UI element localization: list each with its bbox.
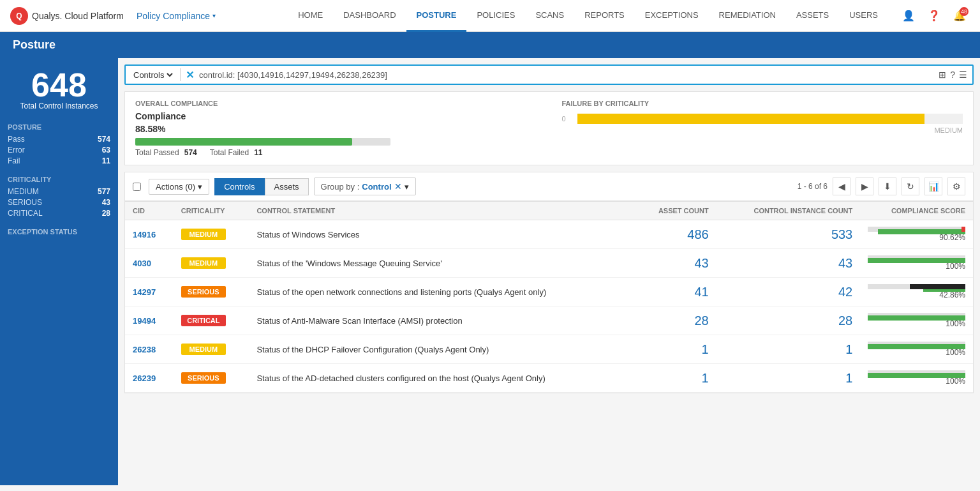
score-cell: 42.86% [860, 278, 973, 306]
posture-section: POSTURE Pass 574 Error 63 Fail 11 [8, 123, 110, 165]
assets-view-button[interactable]: Assets [265, 178, 309, 195]
col-header-cid: CID [125, 202, 174, 220]
nav-exceptions[interactable]: EXCEPTIONS [635, 0, 709, 32]
score-cell: 90.62% [860, 220, 973, 249]
compliance-progress-bar [135, 138, 390, 146]
serious-value: 43 [102, 198, 110, 207]
logo-area: Q Qualys. Cloud Platform [10, 7, 124, 25]
score-bar [868, 284, 965, 289]
add-filter-button[interactable]: ⊞ [939, 70, 946, 80]
nav-remediation[interactable]: REMEDIATION [709, 0, 786, 32]
user-icon-button[interactable]: 👤 [898, 6, 919, 26]
criticality-section-title: CRITICALITY [8, 176, 110, 183]
search-bar: Controls ✕ control.id: [4030,14916,14297… [124, 64, 974, 85]
statement-cell: Status of the AD-detached clusters confi… [249, 364, 634, 393]
col-header-instance-count: CONTROL INSTANCE COUNT [716, 202, 861, 220]
criticality-section: CRITICALITY MEDIUM 577 SERIOUS 43 CRITIC… [8, 176, 110, 218]
chart-view-button[interactable]: 📊 [924, 178, 942, 195]
sidebar-error-row: Error 63 [8, 146, 110, 155]
cid-cell[interactable]: 26238 [125, 335, 174, 364]
total-passed-value: 574 [184, 148, 197, 157]
failure-criticality-title: FAILURE BY CRITICALITY [562, 100, 963, 107]
actions-dropdown-button[interactable]: Actions (0) ▾ [149, 179, 209, 195]
nav-assets[interactable]: ASSETS [786, 0, 839, 32]
filter-text: control.id: [4030,14916,14297,19494,2623… [199, 70, 933, 80]
col-header-asset-count: ASSET COUNT [634, 202, 716, 220]
controls-view-button[interactable]: Controls [214, 178, 264, 195]
score-cell: 100% [860, 249, 973, 278]
search-actions: ⊞ ? ☰ [939, 70, 967, 80]
notifications-icon-button[interactable]: 🔔 48 [949, 6, 970, 26]
nav-home[interactable]: HOME [288, 0, 333, 32]
overall-compliance-block: OVERALL COMPLIANCE Compliance 88.58% Tot… [135, 100, 537, 157]
total-label: Total Control Instances [8, 102, 110, 110]
statement-cell: Status of the 'Windows Message Queuing S… [249, 249, 634, 278]
nav-users[interactable]: USERS [839, 0, 888, 32]
criticality-cell: MEDIUM [174, 220, 249, 249]
search-help-button[interactable]: ? [950, 70, 955, 80]
instance-count-cell: 1 [716, 335, 861, 364]
pagination-info: 1 - 6 of 6 [798, 182, 828, 191]
filter-type-select[interactable]: Controls [131, 70, 175, 80]
group-by-button[interactable]: Group by : Control ✕ ▾ [314, 178, 416, 195]
compliance-progress-fill [135, 138, 352, 146]
failure-medium-label: MEDIUM [562, 126, 963, 134]
page-header: Posture [0, 32, 980, 58]
search-divider [180, 68, 181, 81]
nav-dashboard[interactable]: DASHBOARD [333, 0, 406, 32]
cid-cell[interactable]: 26239 [125, 364, 174, 393]
select-all-checkbox[interactable] [133, 183, 141, 191]
nav-reports[interactable]: REPORTS [574, 0, 635, 32]
table-body: 14916 MEDIUM Status of Windows Services … [125, 220, 973, 393]
score-bar-green [868, 373, 965, 378]
next-page-button[interactable]: ▶ [856, 178, 873, 195]
failure-bar-medium [577, 114, 924, 124]
cid-cell[interactable]: 4030 [125, 249, 174, 278]
criticality-cell: MEDIUM [174, 335, 249, 364]
table-row: 14297 SERIOUS Status of the open network… [125, 278, 973, 306]
instance-count-cell: 1 [716, 364, 861, 393]
total-failed-stat: Total Failed 11 [210, 148, 263, 157]
failure-by-criticality-block: FAILURE BY CRITICALITY 0 MEDIUM [562, 100, 963, 157]
nav-scans[interactable]: SCANS [525, 0, 574, 32]
refresh-button[interactable]: ↻ [902, 178, 919, 195]
asset-count-cell: 43 [634, 249, 716, 278]
score-cell: 100% [860, 306, 973, 335]
fail-value: 11 [102, 156, 110, 165]
logo-text: Qualys. Cloud Platform [32, 11, 124, 21]
sidebar-critical-row: CRITICAL 28 [8, 209, 110, 218]
instance-count-cell: 28 [716, 306, 861, 335]
cid-cell[interactable]: 14916 [125, 220, 174, 249]
settings-button[interactable]: ⚙ [947, 178, 965, 195]
nav-policies[interactable]: POLICIES [466, 0, 525, 32]
nav-posture[interactable]: POSTURE [406, 0, 467, 32]
criticality-cell: CRITICAL [174, 306, 249, 335]
score-bar [868, 227, 965, 232]
criticality-cell: SERIOUS [174, 364, 249, 393]
download-button[interactable]: ⬇ [879, 178, 896, 195]
serious-label: SERIOUS [8, 198, 42, 207]
criticality-badge: MEDIUM [181, 257, 226, 269]
score-bar [868, 255, 965, 261]
group-by-label: Group by : [321, 182, 360, 192]
main-layout: 648 Total Control Instances POSTURE Pass… [0, 58, 980, 485]
clear-filter-button[interactable]: ✕ [186, 69, 194, 81]
search-menu-button[interactable]: ☰ [959, 70, 967, 80]
critical-value: 28 [102, 209, 110, 218]
toolbar: Actions (0) ▾ Controls Assets Group by :… [124, 172, 974, 201]
cid-cell[interactable]: 19494 [125, 306, 174, 335]
group-by-close-icon[interactable]: ✕ [394, 181, 402, 192]
product-selector[interactable]: Policy Compliance ▾ [137, 11, 216, 21]
criticality-badge: SERIOUS [181, 286, 226, 298]
help-icon-button[interactable]: ❓ [924, 6, 944, 26]
table-row: 26239 SERIOUS Status of the AD-detached … [125, 364, 973, 393]
nav-icons: 👤 ❓ 🔔 48 [898, 6, 970, 26]
cid-cell[interactable]: 14297 [125, 278, 174, 306]
prev-page-button[interactable]: ◀ [833, 178, 850, 195]
compliance-stats: Total Passed 574 Total Failed 11 [135, 148, 537, 157]
score-percentage: 100% [868, 377, 965, 386]
col-header-statement: CONTROL STATEMENT [249, 202, 634, 220]
score-percentage: 100% [868, 348, 965, 357]
criticality-cell: MEDIUM [174, 249, 249, 278]
score-bar-green [878, 229, 965, 234]
